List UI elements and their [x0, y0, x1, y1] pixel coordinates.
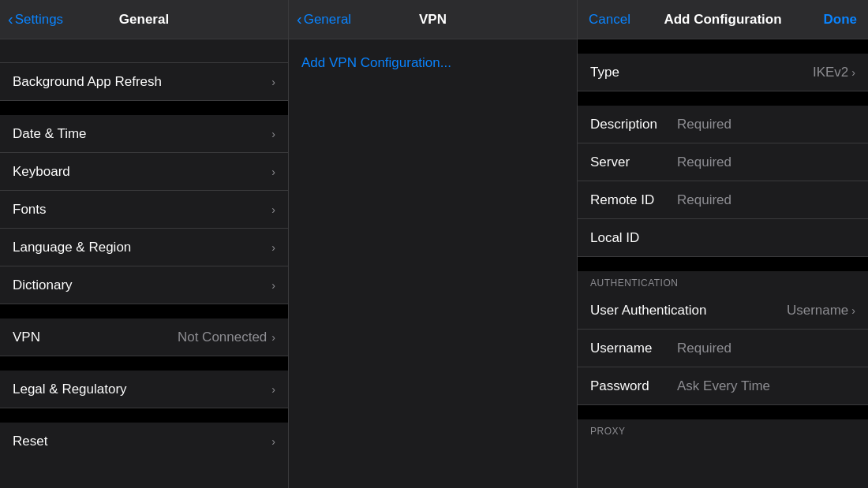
type-right: IKEv2 ›	[813, 65, 855, 80]
user-auth-chevron-icon: ›	[851, 304, 855, 317]
general-settings-list: Background App Refresh › Date & Time › K…	[0, 39, 288, 488]
done-button[interactable]: Done	[824, 12, 858, 28]
add-config-title: Add Configuration	[664, 12, 781, 28]
add-config-list: Type IKEv2 › Description Server Remote I…	[578, 39, 868, 488]
password-label: Password	[590, 378, 677, 394]
user-auth-row[interactable]: User Authentication Username ›	[578, 292, 868, 330]
remote-id-row[interactable]: Remote ID	[578, 181, 868, 219]
server-label: Server	[590, 155, 677, 170]
dictionary-label: Dictionary	[13, 278, 73, 293]
type-label: Type	[590, 65, 677, 80]
partial-visible-row[interactable]	[0, 39, 288, 63]
reset-row[interactable]: Reset ›	[0, 423, 288, 460]
date-time-right: ›	[271, 128, 275, 140]
group-spacer-2	[0, 304, 288, 319]
config-spacer-3	[578, 257, 868, 271]
date-time-chevron: ›	[271, 128, 275, 140]
date-time-row[interactable]: Date & Time ›	[0, 115, 288, 153]
vpn-label: VPN	[13, 330, 40, 345]
keyboard-label: Keyboard	[13, 164, 70, 180]
vpn-nav-bar: ‹ General VPN	[289, 0, 577, 39]
general-nav-bar: ‹ Settings General	[0, 0, 288, 39]
description-input[interactable]	[677, 117, 855, 132]
reset-label: Reset	[13, 434, 47, 449]
background-app-refresh-right: ›	[271, 76, 275, 88]
description-label: Description	[590, 117, 677, 132]
local-id-label: Local ID	[590, 230, 677, 246]
group-spacer-3	[0, 356, 288, 371]
language-region-chevron: ›	[271, 241, 275, 254]
general-title: General	[119, 12, 169, 28]
cancel-button[interactable]: Cancel	[589, 12, 630, 28]
user-auth-value: Username	[787, 303, 848, 319]
vpn-row[interactable]: VPN Not Connected ›	[0, 319, 288, 356]
server-input[interactable]	[677, 155, 855, 170]
server-row[interactable]: Server	[578, 143, 868, 181]
proxy-section-header: PROXY	[578, 419, 868, 440]
back-chevron-icon: ‹	[8, 10, 13, 28]
vpn-back-chevron-icon: ‹	[297, 10, 302, 28]
background-app-refresh-chevron: ›	[271, 76, 275, 88]
settings-back-button[interactable]: ‹ Settings	[8, 10, 63, 28]
type-row[interactable]: Type IKEv2 ›	[578, 54, 868, 91]
add-vpn-configuration-button[interactable]: Add VPN Configuration...	[301, 55, 451, 70]
username-input[interactable]	[677, 341, 855, 356]
config-spacer-top	[578, 39, 868, 54]
reset-chevron: ›	[271, 435, 275, 448]
date-time-label: Date & Time	[13, 126, 87, 142]
vpn-title: VPN	[419, 12, 447, 28]
type-value: IKEv2	[813, 65, 848, 80]
username-label: Username	[590, 341, 677, 356]
vpn-chevron: ›	[271, 331, 275, 344]
legal-regulatory-label: Legal & Regulatory	[13, 382, 127, 397]
dictionary-chevron: ›	[271, 279, 275, 292]
legal-regulatory-row[interactable]: Legal & Regulatory ›	[0, 371, 288, 408]
vpn-content-area: Add VPN Configuration...	[289, 39, 577, 87]
group-spacer-1	[0, 101, 288, 115]
description-row[interactable]: Description	[578, 106, 868, 143]
config-spacer-4	[578, 405, 868, 419]
authentication-section-header: AUTHENTICATION	[578, 271, 868, 292]
background-app-refresh-label: Background App Refresh	[13, 74, 162, 90]
password-row[interactable]: Password	[578, 367, 868, 405]
add-configuration-panel: Cancel Add Configuration Done Type IKEv2…	[578, 0, 868, 488]
keyboard-row[interactable]: Keyboard ›	[0, 153, 288, 191]
local-id-row[interactable]: Local ID	[578, 219, 868, 257]
dictionary-row[interactable]: Dictionary ›	[0, 266, 288, 304]
password-input[interactable]	[677, 378, 855, 394]
config-spacer-2	[578, 91, 868, 106]
language-region-row[interactable]: Language & Region ›	[0, 229, 288, 266]
fonts-row[interactable]: Fonts ›	[0, 191, 288, 229]
legal-regulatory-right: ›	[271, 383, 275, 396]
vpn-panel: ‹ General VPN Add VPN Configuration...	[289, 0, 578, 488]
remote-id-input[interactable]	[677, 192, 855, 208]
dictionary-right: ›	[271, 279, 275, 292]
group-spacer-4	[0, 408, 288, 423]
local-id-input[interactable]	[677, 230, 855, 246]
username-row[interactable]: Username	[578, 330, 868, 367]
user-auth-right: Username ›	[787, 303, 855, 319]
vpn-right: Not Connected ›	[178, 330, 275, 345]
remote-id-label: Remote ID	[590, 192, 677, 208]
reset-right: ›	[271, 435, 275, 448]
user-auth-label: User Authentication	[590, 303, 706, 319]
fonts-label: Fonts	[13, 202, 47, 218]
language-region-label: Language & Region	[13, 240, 131, 255]
background-app-refresh-row[interactable]: Background App Refresh ›	[0, 63, 288, 101]
vpn-back-button[interactable]: ‹ General	[297, 10, 351, 28]
keyboard-chevron: ›	[271, 166, 275, 178]
language-region-right: ›	[271, 241, 275, 254]
back-label: Settings	[15, 12, 63, 28]
add-config-nav-bar: Cancel Add Configuration Done	[578, 0, 868, 39]
type-chevron-icon: ›	[851, 66, 855, 79]
legal-regulatory-chevron: ›	[271, 383, 275, 396]
fonts-chevron: ›	[271, 203, 275, 216]
vpn-value: Not Connected	[178, 330, 267, 345]
fonts-right: ›	[271, 203, 275, 216]
keyboard-right: ›	[271, 166, 275, 178]
vpn-back-label: General	[304, 12, 351, 28]
general-settings-panel: ‹ Settings General Background App Refres…	[0, 0, 289, 488]
